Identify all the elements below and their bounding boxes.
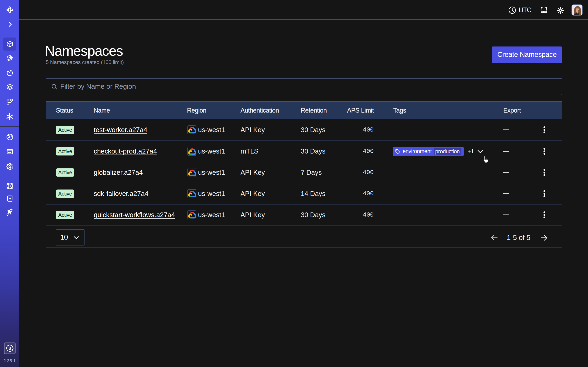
- svg-text:$: $: [9, 346, 11, 350]
